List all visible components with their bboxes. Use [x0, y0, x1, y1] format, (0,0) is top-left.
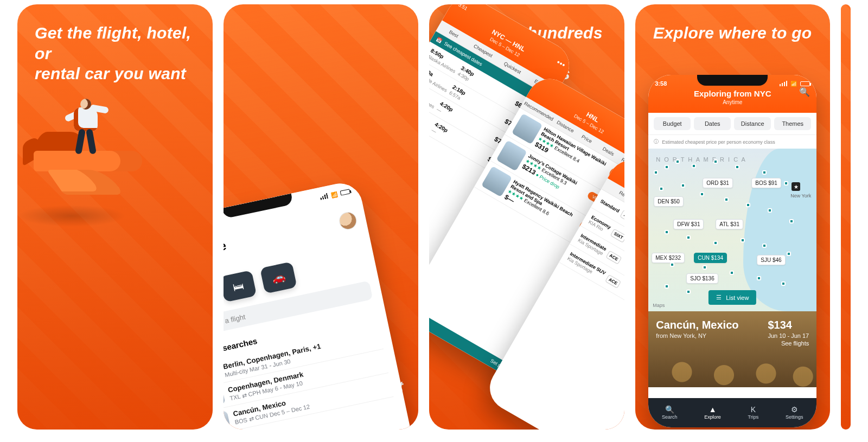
map-pin[interactable] [724, 197, 729, 202]
price-tag[interactable]: DFW $31 [673, 219, 704, 229]
map-pin[interactable] [757, 276, 761, 280]
pill-budget[interactable]: Budget [654, 117, 691, 130]
tab-label: Search [662, 414, 678, 420]
price-tag[interactable]: ATL $31 [716, 219, 743, 229]
list-view-label: List view [726, 294, 749, 301]
bed-icon: 🛏 [231, 279, 244, 293]
map-pin[interactable] [665, 284, 669, 289]
headline-line-2: rental car you want [35, 65, 186, 82]
calendar-icon: 📅 [435, 36, 443, 44]
price-tag[interactable]: BOS $91 [751, 178, 781, 188]
signal-icon [780, 81, 787, 86]
map-ocean [743, 149, 816, 311]
map-pin[interactable] [713, 241, 718, 245]
wifi-icon [790, 80, 797, 87]
map-pin[interactable] [741, 238, 745, 242]
price-tag[interactable]: MEX $232 [652, 253, 685, 263]
car-brand-badge: ACE [620, 209, 624, 223]
map-pin[interactable] [789, 219, 794, 223]
mode-cars[interactable]: 🚗 [260, 261, 297, 293]
tab-search[interactable]: 🔍 Search [662, 406, 678, 420]
search-icon[interactable]: 🔍 [799, 87, 810, 97]
headline-line-1: Get the flight, hotel, or [35, 24, 191, 62]
explore-title: Exploring from NYC [655, 89, 810, 98]
promo-panel-1: Get the flight, hotel, or rental car you… [17, 4, 213, 430]
map-pin[interactable] [730, 271, 734, 275]
gear-icon: ⚙ [791, 406, 798, 413]
map-pin[interactable] [692, 164, 696, 168]
app-store-screenshot-gallery: Get the flight, hotel, or rental car you… [17, 4, 851, 430]
list-icon: ☰ [716, 294, 722, 301]
map-pin[interactable] [735, 165, 739, 169]
destination-from: from New York, NY [656, 332, 738, 339]
avatar[interactable] [338, 211, 358, 230]
map-pin[interactable] [681, 183, 685, 188]
destination-card[interactable]: Cancún, Mexico from New York, NY $134 Ju… [648, 311, 816, 387]
mode-hotels[interactable]: 🛏 [224, 270, 257, 302]
map-pin[interactable] [686, 290, 691, 294]
tab-trips[interactable]: K Trips [748, 406, 759, 420]
map-pin[interactable] [784, 181, 788, 185]
ret-times: 3:40p4:30p [457, 65, 475, 83]
pill-distance[interactable]: Distance [734, 117, 771, 130]
battery-icon [800, 81, 810, 86]
airplane-illustration [17, 91, 164, 232]
greeting-sub: Where to next? [224, 254, 229, 273]
map-pin[interactable] [686, 235, 691, 240]
rider-leg-left [75, 129, 86, 154]
map-pin[interactable] [703, 265, 707, 270]
explore-map[interactable]: N O R T H A M E R I C A ★ New York DEN $… [648, 149, 816, 311]
car-meta: Standard [599, 198, 621, 214]
map-pin[interactable] [713, 159, 718, 164]
price-tag[interactable]: SJO $136 [686, 273, 718, 284]
status-icons [780, 80, 810, 87]
wifi-icon [330, 190, 337, 198]
map-pin[interactable] [762, 244, 767, 248]
home-screen-body: Hey, Mike Where to next? ✈ 🛏 🚗 [224, 194, 419, 430]
map-pin[interactable] [665, 230, 669, 234]
continent-label: N O R T H A M E R I C A [656, 156, 746, 163]
status-time: 3:51 [457, 4, 468, 11]
pill-themes[interactable]: Themes [774, 117, 811, 130]
price-tag[interactable]: SJU $46 [757, 255, 785, 265]
map-pin[interactable] [746, 203, 750, 207]
map-pin[interactable] [768, 208, 772, 213]
tab-settings[interactable]: ⚙ Settings [786, 406, 803, 420]
origin-city-label: New York [790, 193, 811, 198]
tab-label: Settings [786, 414, 803, 420]
bottom-tab-bar: 🔍 Search ▲ Explore K Trips ⚙ Settings [648, 398, 816, 427]
info-icon: ⓘ [654, 138, 659, 145]
map-pin[interactable] [762, 170, 767, 175]
ret-times: 4:20p— [430, 121, 449, 139]
map-pin[interactable] [675, 159, 680, 164]
map-pin[interactable] [781, 281, 786, 286]
tab-label: Trips [748, 414, 759, 420]
pill-dates[interactable]: Dates [694, 117, 731, 130]
maps-credit: Maps [653, 303, 665, 308]
map-pin[interactable] [659, 187, 663, 191]
map-pin[interactable] [654, 170, 658, 175]
search-icon: 🔍 [665, 406, 674, 413]
car-brand-badge: SIXT [610, 228, 624, 243]
list-view-button[interactable]: ☰ List view [709, 290, 756, 305]
map-pin[interactable] [787, 252, 791, 256]
destination-name: Cancún, Mexico [656, 319, 738, 331]
panel1-headline: Get the flight, hotel, or rental car you… [17, 4, 213, 84]
map-pin[interactable] [670, 262, 674, 267]
map-pin[interactable] [700, 192, 704, 196]
origin-star-icon: ★ [792, 182, 800, 191]
trips-icon: K [751, 406, 756, 413]
price-tag[interactable]: ORD $31 [703, 178, 733, 188]
panel4-headline: Explore where to go [635, 4, 831, 43]
rider-figure [66, 97, 115, 162]
price-tag[interactable]: CUN $134 [694, 253, 727, 263]
car-brand-badge: ACE [605, 250, 622, 264]
map-pin[interactable] [665, 165, 669, 169]
price-tag[interactable]: DEN $50 [654, 196, 684, 207]
rider-torso [74, 107, 98, 131]
promo-panel-2: for the best price on KAYAK 9:41 Hey, Mi… [224, 4, 419, 430]
tab-explore[interactable]: ▲ Explore [704, 406, 721, 420]
promo-panel-5-peek [841, 4, 851, 430]
see-flights-link[interactable]: See flights [768, 340, 809, 347]
status-time: 3:58 [655, 80, 667, 87]
